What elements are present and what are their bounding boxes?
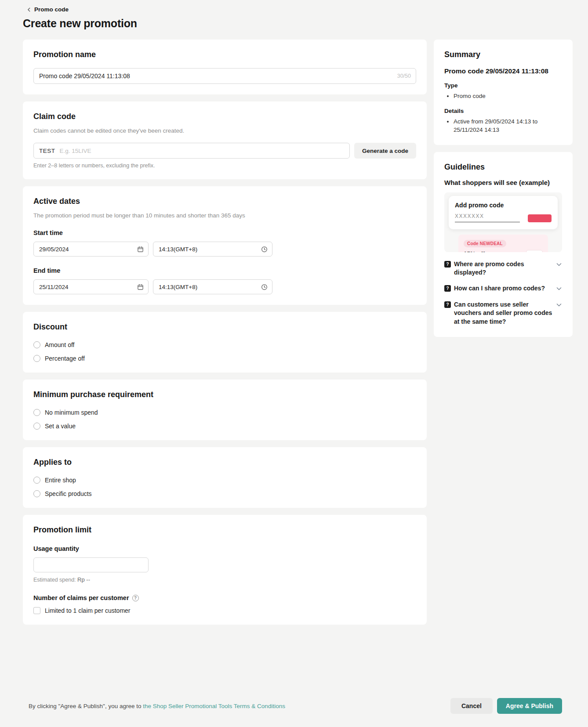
faq-question: How can I share promo codes? — [454, 284, 553, 293]
radio-label: No minimum spend — [45, 409, 98, 416]
radio-percentage-off[interactable]: Percentage off — [33, 355, 416, 362]
example-add-promo-title: Add promo code — [455, 202, 552, 209]
radio-label: Amount off — [45, 341, 74, 348]
radio-icon[interactable] — [33, 490, 40, 497]
footer-bar: By clicking "Agree & Publish", you agree… — [23, 687, 573, 727]
radio-label: Percentage off — [45, 355, 85, 362]
help-circle-icon[interactable]: ? — [132, 595, 139, 601]
active-dates-description: The promotion period must be longer than… — [33, 212, 416, 219]
radio-icon[interactable] — [33, 355, 40, 362]
shopper-example-preview: Add promo code XXXXXXX Code NEWDEAL 15% … — [444, 192, 562, 252]
promotion-name-input[interactable] — [33, 68, 416, 84]
calendar-icon — [137, 246, 144, 253]
usage-quantity-input[interactable] — [33, 557, 149, 572]
cancel-button[interactable]: Cancel — [450, 698, 493, 714]
faq-question: Can customers use seller vouchers and se… — [454, 300, 553, 326]
example-code-input: XXXXXXX — [455, 213, 520, 222]
faq-item-where-displayed[interactable]: ? Where are promo codes displayed? — [444, 260, 562, 277]
end-date-picker[interactable]: 25/11/2024 — [33, 279, 149, 294]
promotion-name-heading: Promotion name — [33, 50, 416, 59]
create-promotion-page: Promo code Create new promotion Promotio… — [0, 0, 588, 727]
generate-code-button[interactable]: Generate a code — [354, 143, 416, 159]
start-time-picker[interactable]: 14:13(GMT+8) — [153, 242, 272, 257]
calendar-icon — [137, 284, 144, 290]
side-column: Summary Promo code 29/05/2024 11:13:08 T… — [434, 40, 573, 337]
summary-type-value: Promo code — [454, 92, 562, 101]
example-discount-text: 15% off — [464, 250, 506, 252]
promotion-name-card: Promotion name 30/50 — [23, 40, 427, 94]
example-voucher: Code NEWDEAL 15% off — [458, 235, 548, 252]
claim-code-card: Claim code Claim codes cannot be edited … — [23, 101, 427, 179]
summary-type-label: Type — [444, 82, 562, 89]
radio-icon[interactable] — [33, 341, 40, 348]
guidelines-subheading: What shoppers will see (example) — [444, 179, 562, 186]
min-purchase-heading: Minimum purchase requirement — [33, 390, 416, 399]
end-time-picker[interactable]: 14:13(GMT+8) — [153, 279, 272, 294]
clock-icon — [261, 284, 268, 290]
radio-specific-products[interactable]: Specific products — [33, 490, 416, 497]
example-apply-button — [528, 214, 552, 222]
terms-link[interactable]: the Shop Seller Promotional Tools Terms … — [143, 703, 285, 709]
page-title: Create new promotion — [23, 17, 573, 30]
char-counter: 30/50 — [397, 73, 411, 79]
chevron-down-icon[interactable] — [556, 302, 562, 310]
summary-promo-title: Promo code 29/05/2024 11:13:08 — [444, 67, 562, 75]
claim-code-input-box[interactable]: TEST — [33, 143, 350, 159]
radio-label: Set a value — [45, 423, 76, 430]
faq-item-share-codes[interactable]: ? How can I share promo codes? — [444, 284, 562, 293]
radio-icon[interactable] — [33, 423, 40, 430]
usage-quantity-label: Usage quantity — [33, 545, 416, 552]
limit-one-claim-checkbox-row[interactable]: Limited to 1 claim per customer — [33, 607, 416, 614]
radio-label: Entire shop — [45, 477, 76, 484]
example-code-badge: Code NEWDEAL — [464, 240, 506, 247]
radio-label: Specific products — [45, 490, 92, 497]
start-time-value: 14:13(GMT+8) — [159, 246, 197, 253]
estimated-spend-label: Estimated spend: — [33, 577, 76, 583]
chevron-down-icon[interactable] — [556, 286, 562, 293]
radio-icon[interactable] — [33, 477, 40, 484]
active-dates-card: Active dates The promotion period must b… — [23, 186, 427, 305]
summary-details-value: Active from 29/05/2024 14:13 to 25/11/20… — [454, 117, 562, 134]
radio-entire-shop[interactable]: Entire shop — [33, 477, 416, 484]
applies-to-heading: Applies to — [33, 458, 416, 467]
estimated-spend: Estimated spend: Rp -- — [33, 576, 416, 583]
min-purchase-card: Minimum purchase requirement No minimum … — [23, 380, 427, 440]
radio-icon[interactable] — [33, 409, 40, 416]
active-dates-heading: Active dates — [33, 197, 416, 206]
end-time-label: End time — [33, 267, 416, 274]
start-time-label: Start time — [33, 229, 416, 236]
guidelines-card: Guidelines What shoppers will see (examp… — [434, 152, 573, 337]
claim-code-helper: Enter 2–8 letters or numbers, excluding … — [33, 163, 416, 169]
estimated-spend-value: Rp -- — [77, 576, 90, 583]
radio-no-minimum-spend[interactable]: No minimum spend — [33, 409, 416, 416]
checkbox-label: Limited to 1 claim per customer — [45, 607, 131, 614]
claim-code-input[interactable] — [60, 148, 344, 154]
radio-set-a-value[interactable]: Set a value — [33, 423, 416, 430]
promotion-limit-heading: Promotion limit — [33, 525, 416, 535]
question-square-icon: ? — [444, 301, 451, 308]
end-time-value: 14:13(GMT+8) — [159, 284, 197, 290]
chevron-left-icon — [26, 7, 32, 12]
claims-per-customer-label: Number of claims per customer — [33, 594, 129, 601]
claim-code-description: Claim codes cannot be edited once they'v… — [33, 127, 416, 134]
back-link[interactable]: Promo code — [26, 6, 573, 13]
claim-code-prefix: TEST — [39, 148, 55, 154]
agreement-prefix: By clicking "Agree & Publish", you agree… — [29, 703, 141, 709]
content-area: Promotion name 30/50 Claim code Claim co… — [23, 40, 573, 625]
question-square-icon: ? — [444, 285, 451, 292]
promotion-limit-card: Promotion limit Usage quantity Estimated… — [23, 515, 427, 625]
chevron-down-icon[interactable] — [556, 261, 562, 269]
faq-question: Where are promo codes displayed? — [454, 260, 553, 277]
radio-amount-off[interactable]: Amount off — [33, 341, 416, 348]
checkbox-icon[interactable] — [33, 607, 40, 614]
start-date-value: 29/05/2024 — [39, 246, 69, 253]
start-date-picker[interactable]: 29/05/2024 — [33, 242, 149, 257]
faq-item-vouchers-and-codes[interactable]: ? Can customers use seller vouchers and … — [444, 300, 562, 326]
guidelines-heading: Guidelines — [444, 163, 562, 172]
example-voucher-button — [526, 250, 543, 252]
end-date-value: 25/11/2024 — [39, 284, 69, 290]
example-add-promo-card: Add promo code XXXXXXX — [449, 196, 558, 229]
summary-details-label: Details — [444, 108, 562, 114]
discount-heading: Discount — [33, 322, 416, 332]
agree-publish-button[interactable]: Agree & Publish — [497, 698, 562, 714]
